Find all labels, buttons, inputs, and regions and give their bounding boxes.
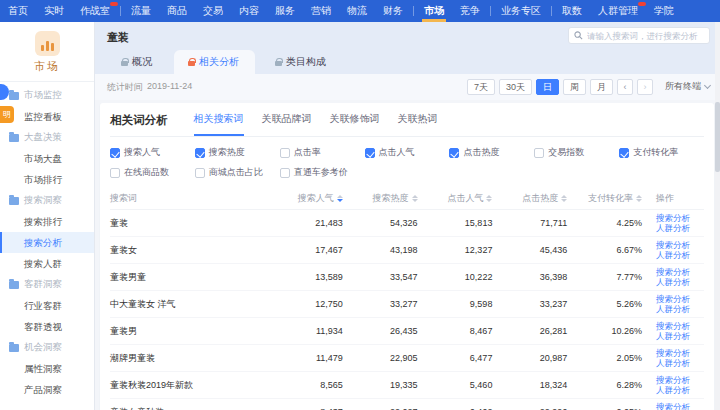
page-tab[interactable]: 类目构成 [261,50,342,74]
metric-checkbox-item[interactable]: 在线商品数 [110,166,195,179]
help-float-tag[interactable]: 明 [0,106,14,123]
table-column-header[interactable]: 操作 [642,192,704,205]
checkbox-icon[interactable] [110,168,120,178]
column-label: 支付转化率 [588,192,633,205]
word-tab[interactable]: 关联热词 [398,112,438,136]
action-link[interactable]: 搜索分析 [656,375,704,385]
checkbox-icon[interactable] [280,168,290,178]
sidebar-item-link[interactable]: 市场大盘 [0,148,94,169]
checkbox-icon[interactable] [449,148,459,158]
cell-keyword: 童装男 [110,325,268,338]
table-column-header[interactable]: 点击热度 [492,192,567,205]
range-button[interactable]: 月 [590,79,613,96]
checkbox-icon[interactable] [195,168,205,178]
action-link[interactable]: 人群分析 [656,358,704,368]
nav-item[interactable]: 首页 [0,0,36,22]
range-button[interactable]: 7天 [467,79,495,96]
nav-item[interactable]: 人群管理 [590,0,646,22]
action-link[interactable]: 人群分析 [656,250,704,260]
sidebar-item-active[interactable]: 搜索分析 [0,232,94,253]
action-link[interactable]: 人群分析 [656,277,704,287]
word-tab[interactable]: 关联品牌词 [262,112,312,136]
sidebar-item-link[interactable]: 产品洞察 [0,379,94,400]
sidebar-item-link[interactable]: 搜索排行 [0,211,94,232]
action-link[interactable]: 搜索分析 [656,294,704,304]
checkbox-icon[interactable] [195,148,205,158]
cell-keyword: 潮牌男童装 [110,352,268,365]
checkbox-icon[interactable] [365,148,375,158]
metric-checkbox-item[interactable]: 点击热度 [449,146,534,159]
metric-checkbox-item[interactable]: 搜索热度 [195,146,280,159]
stat-time-value: 2019-11-24 [147,81,192,94]
metric-checkbox-item[interactable]: 支付转化率 [619,146,704,159]
metric-checkbox-item[interactable]: 点击率 [280,146,365,159]
nav-item[interactable]: 市场 [416,0,452,22]
sidebar-item-link[interactable]: 市场排行 [0,169,94,190]
sidebar-group[interactable]: 机会洞察 [0,337,94,358]
nav-item[interactable]: 作战室 [72,0,118,22]
metric-checkbox-item[interactable]: 直通车参考价 [280,166,365,179]
nav-item[interactable]: 实时 [36,0,72,22]
sidebar-item-link[interactable]: 监控看板 [0,106,94,127]
scrollbar-thumb[interactable] [715,102,720,172]
action-link[interactable]: 人群分析 [656,331,704,341]
nav-item[interactable]: 业务专区 [493,0,549,22]
sidebar-item-link[interactable]: 行业客群 [0,295,94,316]
table-column-header[interactable]: 搜索热度 [343,192,418,205]
table-column-header[interactable]: 支付转化率 [567,192,642,205]
word-tab[interactable]: 关联修饰词 [330,112,380,136]
range-button[interactable]: 30天 [499,79,532,96]
nav-item[interactable]: 财务 [375,0,411,22]
pager-next-button[interactable]: › [637,79,653,96]
action-link[interactable]: 搜索分析 [656,321,704,331]
nav-item[interactable]: 内容 [231,0,267,22]
sidebar-item-link[interactable]: 客群透视 [0,316,94,337]
metric-checkbox-item[interactable]: 交易指数 [534,146,619,159]
metric-checkbox-item[interactable]: 商城点击占比 [195,166,280,179]
nav-item[interactable]: 学院 [646,0,682,22]
action-link[interactable]: 人群分析 [656,304,704,314]
nav-item[interactable]: 取数 [554,0,590,22]
checkbox-icon[interactable] [110,148,120,158]
page-scrollbar[interactable] [715,22,720,410]
page-tab[interactable]: 相关分析 [174,50,255,74]
range-button[interactable]: 日 [536,79,559,96]
card-title: 相关词分析 [110,113,168,136]
sidebar-item-link[interactable]: 搜索人群 [0,253,94,274]
metric-checkbox-item[interactable]: 点击人气 [365,146,450,159]
action-link[interactable]: 搜索分析 [656,213,704,223]
nav-item[interactable]: 竞争 [452,0,488,22]
sidebar-item-link[interactable]: 属性洞察 [0,358,94,379]
checkbox-icon[interactable] [619,148,629,158]
nav-item[interactable]: 交易 [195,0,231,22]
nav-item[interactable]: 流量 [123,0,159,22]
sidebar-group[interactable]: 客群洞察 [0,274,94,295]
nav-item[interactable]: 营销 [303,0,339,22]
range-button[interactable]: 周 [563,79,586,96]
pager-prev-button[interactable]: ‹ [617,79,633,96]
action-link[interactable]: 搜索分析 [656,267,704,277]
sidebar-group[interactable]: 市场监控 [0,85,94,106]
nav-item[interactable]: 物流 [339,0,375,22]
page-tab[interactable]: 概况 [107,50,168,74]
action-link[interactable]: 搜索分析 [656,240,704,250]
nav-item[interactable]: 服务 [267,0,303,22]
action-link[interactable]: 搜索分析 [656,402,704,410]
checkbox-icon[interactable] [280,148,290,158]
table-column-header[interactable]: 搜索人气 [268,192,343,205]
action-link[interactable]: 人群分析 [656,223,704,233]
date-controls: 7天30天日周月 ‹ › 所有终端 [467,79,710,96]
action-link[interactable]: 人群分析 [656,385,704,395]
word-tab[interactable]: 相关搜索词 [194,112,244,136]
table-column-header[interactable]: 点击人气 [418,192,493,205]
search-input[interactable] [587,31,704,41]
sidebar-group[interactable]: 大盘决策 [0,127,94,148]
metric-checkbox-item[interactable]: 搜索人气 [110,146,195,159]
nav-item[interactable]: 商品 [159,0,195,22]
checkbox-icon[interactable] [534,148,544,158]
table-column-header[interactable]: 搜索词 [110,192,268,205]
terminal-dropdown[interactable]: 所有终端 [665,80,710,93]
nav-separator [490,6,491,16]
action-link[interactable]: 搜索分析 [656,348,704,358]
sidebar-group[interactable]: 搜索洞察 [0,190,94,211]
